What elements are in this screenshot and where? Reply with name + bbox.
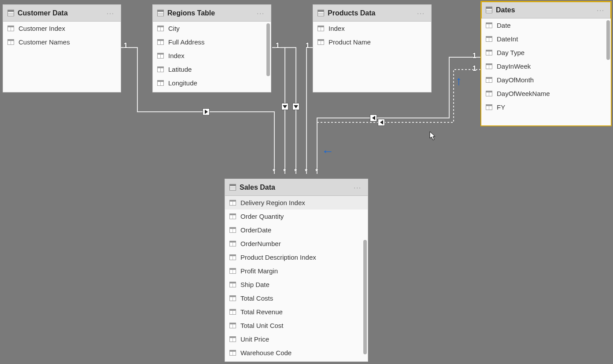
field-row[interactable]: OrderNumber xyxy=(225,237,368,250)
scrollbar-thumb[interactable] xyxy=(363,240,367,354)
field-label: Customer Names xyxy=(18,38,70,46)
field-row[interactable]: Warehouse Code xyxy=(225,346,368,360)
field-row[interactable]: DayOfMonth xyxy=(481,73,611,87)
field-list: Date DateInt Day Type DayInWeek DayOfMon… xyxy=(481,18,611,125)
field-row[interactable]: Delivery Region Index xyxy=(225,196,368,210)
column-icon xyxy=(157,80,164,86)
field-label: FY xyxy=(497,103,505,111)
more-options-icon[interactable]: ··· xyxy=(415,10,427,17)
more-options-icon[interactable]: ··· xyxy=(105,10,116,17)
mouse-cursor-icon xyxy=(429,131,436,141)
table-header[interactable]: Customer Data ··· xyxy=(3,5,121,22)
annotation-arrow-up-icon: ↑ xyxy=(456,74,462,88)
column-icon xyxy=(229,350,236,356)
more-options-icon[interactable]: ··· xyxy=(255,10,266,17)
cardinality-many: * xyxy=(283,168,286,176)
field-label: Total Revenue xyxy=(240,308,283,316)
table-customer-data[interactable]: Customer Data ··· Customer Index Custome… xyxy=(3,4,121,92)
field-label: Product Name xyxy=(329,38,371,46)
field-row[interactable]: Total Costs xyxy=(225,291,368,305)
field-row[interactable]: Customer Names xyxy=(3,35,121,49)
table-icon xyxy=(486,7,492,13)
field-row[interactable]: FY xyxy=(481,100,611,114)
field-label: OrderDate xyxy=(240,226,271,234)
field-label: Ship Date xyxy=(240,281,270,288)
column-icon xyxy=(229,268,236,274)
table-header[interactable]: Sales Data ··· xyxy=(225,179,368,196)
field-label: DayInWeek xyxy=(497,63,531,70)
table-dates[interactable]: Dates ··· Date DateInt Day Type DayInWee… xyxy=(481,1,611,126)
field-label: Delivery Region Index xyxy=(240,199,305,206)
table-products[interactable]: Products Data ··· Index Product Name xyxy=(313,4,432,92)
column-icon xyxy=(486,36,492,42)
table-header[interactable]: Products Data ··· xyxy=(313,5,431,22)
more-options-icon[interactable]: ··· xyxy=(352,184,363,191)
field-row[interactable]: Index xyxy=(153,49,271,63)
cardinality-many: * xyxy=(294,168,297,176)
field-row[interactable]: Longitude xyxy=(153,76,271,90)
field-label: OrderNumber xyxy=(240,240,281,247)
field-row[interactable]: DayInWeek xyxy=(481,59,611,73)
field-label: Order Quantity xyxy=(240,213,284,220)
field-row[interactable]: Full Address xyxy=(153,35,271,49)
field-row[interactable]: Product Name xyxy=(313,35,431,49)
field-row[interactable]: DayOfWeekName xyxy=(481,87,611,100)
field-row[interactable]: Latitude xyxy=(153,63,271,76)
field-row[interactable]: OrderDate xyxy=(225,223,368,237)
table-icon xyxy=(7,10,14,16)
table-header[interactable]: Regions Table ··· xyxy=(153,5,271,22)
field-row[interactable]: Ship Date xyxy=(225,278,368,291)
more-options-icon[interactable]: ··· xyxy=(595,7,606,14)
field-row[interactable]: Total Revenue xyxy=(225,305,368,319)
field-row[interactable]: Day Type xyxy=(481,46,611,59)
field-label: Longitude xyxy=(168,79,197,87)
field-label: Warehouse Code xyxy=(240,349,292,357)
field-row[interactable]: Product Description Index xyxy=(225,250,368,264)
field-row[interactable]: Date xyxy=(481,18,611,32)
table-header[interactable]: Dates ··· xyxy=(481,2,611,18)
field-list: Customer Index Customer Names xyxy=(3,22,121,92)
field-label: Total Costs xyxy=(240,294,273,302)
column-icon xyxy=(318,39,324,45)
field-row[interactable]: Total Unit Cost xyxy=(225,319,368,332)
cardinality-one: 1 xyxy=(276,42,280,50)
field-label: Date xyxy=(497,22,511,29)
scrollbar-thumb[interactable] xyxy=(606,20,610,60)
column-icon xyxy=(486,22,492,28)
field-list: City Full Address Index Latitude Longitu… xyxy=(153,22,271,92)
field-row[interactable]: City xyxy=(153,22,271,35)
filter-direction-left-icon xyxy=(378,119,385,126)
column-icon xyxy=(229,323,236,328)
field-row[interactable]: Unit Price xyxy=(225,332,368,346)
field-label: Full Address xyxy=(168,38,205,46)
column-icon xyxy=(229,200,236,206)
filter-direction-down-icon xyxy=(292,103,299,110)
field-row[interactable]: Profit Margin xyxy=(225,264,368,278)
scrollbar-thumb[interactable] xyxy=(266,23,270,76)
column-icon xyxy=(229,227,236,233)
field-label: Product Description Index xyxy=(240,254,316,261)
field-list: Delivery Region Index Order Quantity Ord… xyxy=(225,196,368,361)
cardinality-one: 1 xyxy=(473,52,476,60)
column-icon xyxy=(229,241,236,246)
table-regions[interactable]: Regions Table ··· City Full Address Inde… xyxy=(152,4,271,92)
column-icon xyxy=(157,26,164,31)
column-icon xyxy=(486,77,492,83)
field-row[interactable]: Customer Index xyxy=(3,22,121,35)
column-icon xyxy=(486,50,492,55)
column-icon xyxy=(157,39,164,45)
filter-direction-down-icon xyxy=(281,103,288,110)
filter-direction-left-icon xyxy=(370,114,377,121)
field-row[interactable]: Order Quantity xyxy=(225,210,368,223)
field-row[interactable]: DateInt xyxy=(481,32,611,46)
column-icon xyxy=(229,282,236,287)
table-sales[interactable]: Sales Data ··· Delivery Region Index Ord… xyxy=(225,179,368,362)
field-row[interactable]: Index xyxy=(313,22,431,35)
column-icon xyxy=(486,91,492,96)
table-title: Dates xyxy=(496,6,591,14)
table-title: Regions Table xyxy=(167,9,251,17)
column-icon xyxy=(229,309,236,315)
field-label: Customer Index xyxy=(18,25,65,32)
column-icon xyxy=(157,53,164,59)
field-label: Index xyxy=(168,52,185,59)
